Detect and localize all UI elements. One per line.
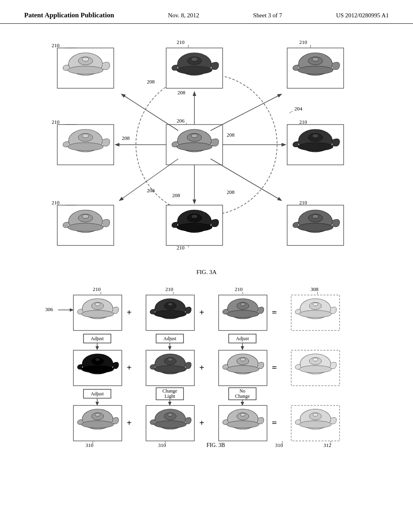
svg-text:Light: Light <box>165 393 175 399</box>
svg-point-4 <box>191 57 198 61</box>
svg-point-177 <box>313 413 318 416</box>
svg-point-15 <box>298 66 333 74</box>
svg-text:206: 206 <box>177 118 185 124</box>
fig3a-svg: 210 210 210 210 210 210 210 210 206 <box>33 36 380 266</box>
svg-point-39 <box>191 214 198 218</box>
svg-point-160 <box>81 421 114 428</box>
fig3a-caption: FIG. 3A <box>24 269 389 276</box>
svg-text:210: 210 <box>177 39 185 45</box>
svg-text:FIG. 3B: FIG. 3B <box>206 442 225 448</box>
svg-point-144 <box>299 366 332 373</box>
svg-text:+: + <box>199 362 204 372</box>
svg-point-105 <box>240 303 245 306</box>
svg-point-9 <box>82 57 89 61</box>
svg-point-20 <box>68 143 103 151</box>
svg-text:210: 210 <box>299 200 307 206</box>
svg-point-19 <box>82 134 89 138</box>
svg-point-131 <box>168 358 173 361</box>
svg-text:Adjust: Adjust <box>236 336 249 341</box>
svg-point-178 <box>299 421 332 428</box>
fig3b-svg: 210 210 210 308 306 + <box>33 284 380 453</box>
svg-text:210: 210 <box>235 286 243 292</box>
svg-point-30 <box>298 143 333 151</box>
svg-text:312: 312 <box>323 442 332 448</box>
svg-text:306: 306 <box>45 306 53 312</box>
svg-text:208: 208 <box>227 132 235 138</box>
header-sheet: Sheet 3 of 7 <box>253 12 282 19</box>
svg-text:210: 210 <box>52 200 60 206</box>
svg-line-51 <box>211 94 281 131</box>
svg-text:208: 208 <box>177 89 186 96</box>
svg-point-44 <box>312 214 319 218</box>
svg-point-29 <box>312 134 319 138</box>
svg-point-25 <box>177 143 212 151</box>
svg-text:210: 210 <box>165 286 173 292</box>
svg-text:208: 208 <box>172 192 180 198</box>
svg-text:310: 310 <box>86 442 94 448</box>
svg-point-106 <box>227 310 259 318</box>
svg-text:=: = <box>272 307 277 317</box>
svg-text:210: 210 <box>177 245 185 251</box>
svg-point-132 <box>154 366 186 373</box>
svg-point-171 <box>240 413 245 416</box>
page-header: Patent Application Publication Nov. 8, 2… <box>0 0 413 24</box>
svg-point-172 <box>227 421 259 428</box>
svg-text:=: = <box>272 362 277 372</box>
svg-text:208: 208 <box>122 135 130 141</box>
svg-line-72 <box>289 111 293 113</box>
svg-text:+: + <box>199 307 204 317</box>
svg-point-93 <box>95 303 100 306</box>
svg-point-14 <box>312 57 319 61</box>
svg-text:208: 208 <box>147 79 155 85</box>
svg-point-5 <box>177 66 212 74</box>
svg-point-99 <box>168 303 173 306</box>
svg-point-100 <box>154 310 186 318</box>
svg-point-166 <box>154 421 186 428</box>
svg-point-94 <box>81 310 114 318</box>
svg-text:Adjust: Adjust <box>91 391 104 397</box>
fig3b-diagram: 210 210 210 308 306 + <box>33 284 380 455</box>
svg-text:310: 310 <box>275 442 283 448</box>
svg-point-138 <box>227 366 259 373</box>
svg-point-40 <box>177 223 212 231</box>
svg-text:208: 208 <box>147 187 155 193</box>
svg-line-52 <box>120 159 178 200</box>
svg-point-125 <box>95 358 100 361</box>
svg-text:=: = <box>272 418 277 428</box>
svg-text:210: 210 <box>52 42 60 48</box>
svg-line-53 <box>211 159 281 200</box>
svg-point-24 <box>191 134 198 138</box>
header-left-text: Patent Application Publication <box>24 11 114 19</box>
svg-text:204: 204 <box>294 106 302 112</box>
svg-text:+: + <box>127 362 132 372</box>
svg-point-112 <box>299 310 332 318</box>
svg-point-35 <box>68 223 103 231</box>
svg-text:310: 310 <box>158 442 166 448</box>
svg-text:208: 208 <box>227 189 235 195</box>
header-date: Nov. 8, 2012 <box>168 12 199 19</box>
svg-text:Adjust: Adjust <box>91 336 104 341</box>
svg-point-159 <box>95 413 100 416</box>
svg-text:Change: Change <box>235 393 250 399</box>
svg-point-111 <box>313 303 318 306</box>
svg-point-126 <box>81 366 114 373</box>
svg-point-45 <box>298 223 333 231</box>
svg-text:308: 308 <box>311 286 319 292</box>
svg-point-143 <box>313 358 318 361</box>
svg-text:210: 210 <box>52 119 60 125</box>
main-content: 210 210 210 210 210 210 210 210 206 <box>0 24 413 467</box>
svg-text:+: + <box>127 418 132 428</box>
svg-text:210: 210 <box>299 39 307 45</box>
svg-text:Change: Change <box>163 388 177 394</box>
svg-text:+: + <box>127 307 132 317</box>
svg-point-165 <box>168 413 173 416</box>
header-patent: US 2012/0280995 A1 <box>336 12 389 19</box>
svg-text:+: + <box>199 418 204 428</box>
svg-text:Adjust: Adjust <box>163 336 177 341</box>
svg-text:210: 210 <box>93 286 101 292</box>
fig3a-diagram: 210 210 210 210 210 210 210 210 206 <box>33 36 380 266</box>
svg-point-34 <box>82 214 89 218</box>
svg-point-137 <box>240 358 245 361</box>
svg-text:210: 210 <box>299 119 307 125</box>
svg-line-50 <box>122 94 178 131</box>
